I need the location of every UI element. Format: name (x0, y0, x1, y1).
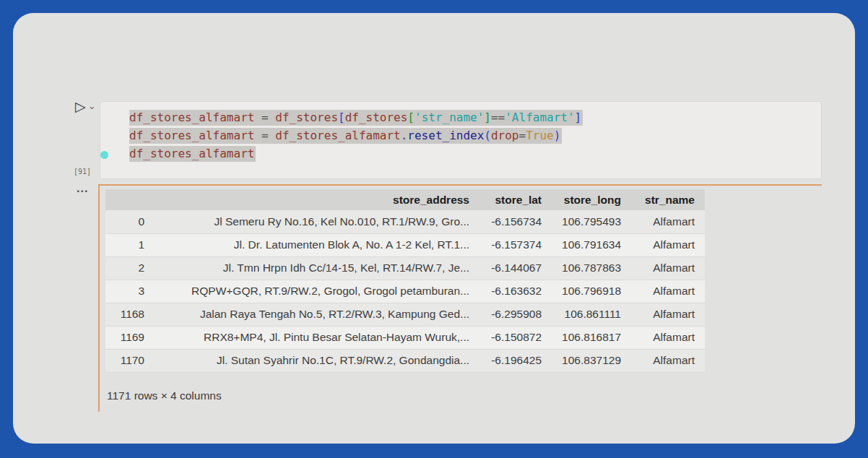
table-cell: -6.157374 (479, 233, 552, 256)
table-cell: Alfamart (631, 210, 705, 233)
table-header-row: store_addressstore_latstore_longstr_name (105, 189, 705, 210)
row-index-cell: 1168 (105, 303, 155, 326)
code-cell-editor[interactable]: df_stores_alfamart = df_stores[df_stores… (100, 101, 822, 179)
table-cell: RQPW+GQR, RT.9/RW.2, Grogol, Grogol peta… (155, 280, 479, 303)
column-header-index (105, 189, 155, 210)
code-line: df_stores_alfamart = df_stores_alfamart.… (129, 126, 583, 144)
table-cell: 106.861111 (552, 303, 631, 326)
table-cell: -6.163632 (479, 280, 552, 303)
table-row: 1168Jalan Raya Tengah No.5, RT.2/RW.3, K… (105, 303, 705, 326)
code-line: df_stores_alfamart = df_stores[df_stores… (129, 108, 583, 126)
row-index-cell: 3 (105, 280, 155, 303)
table-cell: Jl. Tmn Hrpn Idh Cc/14-15, Kel, RT.14/RW… (155, 256, 479, 280)
code-lines: df_stores_alfamart = df_stores[df_stores… (129, 108, 583, 163)
row-index-cell: 2 (105, 256, 155, 280)
run-options-chevron-down-icon[interactable]: ⌄ (88, 100, 96, 111)
cell-output-container: store_addressstore_latstore_longstr_name… (98, 184, 822, 412)
table-cell: 106.791634 (552, 233, 631, 256)
dataframe-header: store_addressstore_latstore_longstr_name (105, 189, 705, 210)
row-index-cell: 1169 (105, 326, 155, 349)
cell-toolbar: ▷ ⌄ (75, 100, 96, 113)
column-header-store_lat: store_lat (479, 189, 552, 210)
row-index-cell: 1 (105, 233, 155, 256)
dataframe-table: store_addressstore_latstore_longstr_name… (105, 189, 705, 373)
table-row: 0Jl Semeru Ry No.16, Kel No.010, RT.1/RW… (105, 210, 705, 233)
table-row: 1170Jl. Sutan Syahrir No.1C, RT.9/RW.2, … (105, 349, 705, 372)
table-cell: 106.796918 (552, 280, 631, 303)
table-cell: Alfamart (631, 233, 705, 256)
column-header-str_name: str_name (631, 189, 705, 210)
execution-count: [91] (74, 168, 91, 176)
column-header-store_long: store_long (552, 189, 631, 210)
table-cell: -6.196425 (479, 349, 552, 372)
output-collapse-toggle[interactable]: ... (77, 182, 88, 195)
table-cell: 106.787863 (552, 256, 631, 280)
notebook-content-area: ▷ ⌄ df_stores_alfamart = df_stores[df_st… (13, 13, 855, 444)
table-cell: Alfamart (631, 303, 705, 326)
dataframe-shape-summary: 1171 rows × 4 columns (107, 389, 222, 402)
table-cell: -6.144067 (479, 256, 552, 280)
table-cell: -6.295908 (479, 303, 552, 326)
table-cell: -6.150872 (479, 326, 552, 349)
table-cell: 106.837129 (552, 349, 631, 372)
code-line: df_stores_alfamart (129, 144, 583, 163)
table-cell: Jl. Sutan Syahrir No.1C, RT.9/RW.2, Gond… (155, 349, 479, 372)
notebook-window: ▷ ⌄ df_stores_alfamart = df_stores[df_st… (0, 0, 868, 458)
cell-status-dot-icon (100, 151, 108, 159)
run-cell-button[interactable]: ▷ (75, 100, 86, 113)
table-cell: Jl. Dr. Latumenten Blok A, No. A 1-2 Kel… (155, 233, 479, 256)
table-cell: Jalan Raya Tengah No.5, RT.2/RW.3, Kampu… (155, 303, 479, 326)
table-cell: Alfamart (631, 326, 705, 349)
table-cell: Alfamart (631, 256, 705, 280)
table-cell: Alfamart (631, 280, 705, 303)
table-row: 2Jl. Tmn Hrpn Idh Cc/14-15, Kel, RT.14/R… (105, 256, 705, 280)
table-row: 3RQPW+GQR, RT.9/RW.2, Grogol, Grogol pet… (105, 280, 705, 303)
table-cell: RRX8+MP4, Jl. Pintu Besar Selatan-Hayam … (155, 326, 479, 349)
row-index-cell: 1170 (105, 349, 155, 372)
table-row: 1169RRX8+MP4, Jl. Pintu Besar Selatan-Ha… (105, 326, 705, 349)
column-header-store_address: store_address (155, 189, 479, 210)
row-index-cell: 0 (105, 210, 155, 233)
table-cell: Jl Semeru Ry No.16, Kel No.010, RT.1/RW.… (155, 210, 479, 233)
table-cell: 106.795493 (552, 210, 631, 233)
dataframe-body: 0Jl Semeru Ry No.16, Kel No.010, RT.1/RW… (105, 210, 705, 372)
table-cell: -6.156734 (479, 210, 552, 233)
table-row: 1Jl. Dr. Latumenten Blok A, No. A 1-2 Ke… (105, 233, 705, 256)
table-cell: 106.816817 (552, 326, 631, 349)
table-cell: Alfamart (631, 349, 705, 372)
